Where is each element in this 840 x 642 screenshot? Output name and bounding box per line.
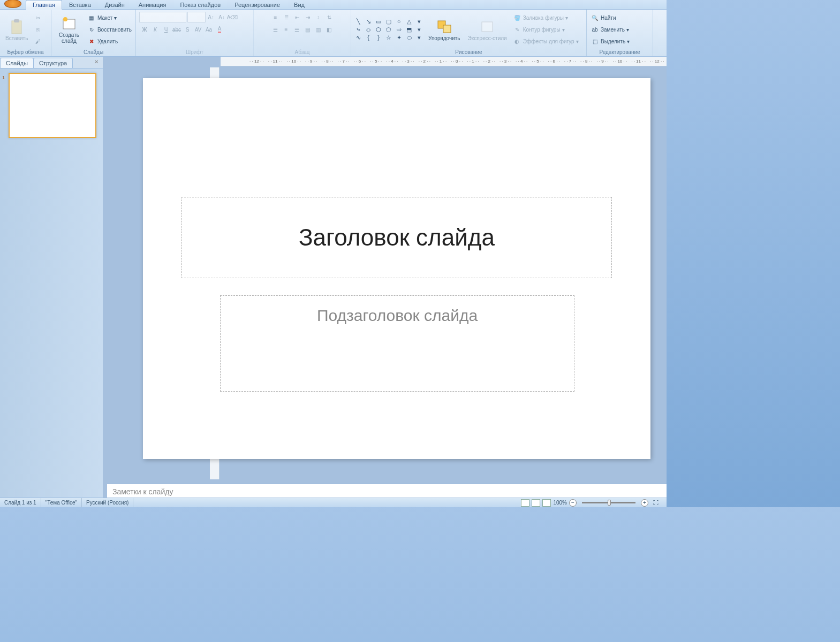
shape-curve-icon[interactable]: ∿ [353,34,363,41]
arrange-button[interactable]: Упорядочить [425,12,464,47]
copy-icon: ⎘ [34,25,42,34]
fit-view-button[interactable]: ⛶ [650,498,661,508]
shape-diamond-icon[interactable]: ◇ [364,26,373,33]
shrink-font-button[interactable]: A↓ [216,12,227,22]
shape-pentagon-icon[interactable]: ⬠ [384,26,393,33]
title-placeholder[interactable]: Заголовок слайда [181,197,612,278]
select-icon: ⬚ [591,37,599,45]
slideshow-view-button[interactable] [542,499,551,507]
shape-arrow-icon[interactable]: ↘ [364,18,373,25]
paste-icon [8,18,25,35]
zoom-out-button[interactable]: − [569,499,577,507]
tab-animation[interactable]: Анимация [132,0,173,9]
slide-canvas[interactable]: Заголовок слайда Подзаголовок слайда [143,78,650,459]
shape-fill-button[interactable]: 🪣Заливка фигуры ▾ [511,12,580,23]
zoom-value[interactable]: 100% [553,500,567,506]
italic-button[interactable]: К [150,24,161,35]
shape-more1-icon[interactable]: ▾ [414,18,424,25]
underline-button[interactable]: Ч [161,24,171,35]
office-button[interactable] [4,0,21,8]
quick-styles-button[interactable]: Экспресс-стили [465,12,510,47]
zoom-slider[interactable] [582,502,635,503]
shape-effects-button[interactable]: ◐Эффекты для фигур ▾ [511,36,580,47]
shape-hex-icon[interactable]: ⬡ [374,26,383,33]
tab-slideshow[interactable]: Показ слайдов [173,0,228,9]
smartart-button[interactable]: ◧ [324,24,335,35]
tab-design[interactable]: Дизайн [98,0,132,9]
spacing-button[interactable]: AV [193,24,203,35]
svg-rect-0 [12,21,21,34]
tab-insert[interactable]: Вставка [62,0,98,9]
cut-button[interactable]: ✂ [32,12,44,23]
arrange-icon [436,18,453,35]
find-button[interactable]: 🔍Найти [589,12,631,23]
align-right-button[interactable]: ☰ [292,24,302,35]
select-button[interactable]: ⬚Выделить ▾ [589,36,631,47]
font-name-combo[interactable] [139,12,186,22]
numbering-button[interactable]: ≣ [281,12,292,22]
sorter-view-button[interactable] [532,499,540,507]
shape-more2-icon[interactable]: ▾ [414,26,424,33]
slide-thumbnail-1[interactable] [9,73,96,138]
shapes-gallery[interactable]: ╲ ↘ ▭ ▢ ○ △ ▾ ⤷ ◇ ⬡ ⬠ ⇨ ⬒ ▾ ∿ { } ☆ ✦ ⬭ [353,18,424,41]
shape-banner-icon[interactable]: ⬭ [404,34,414,41]
reset-button[interactable]: ↻Восстановить [86,24,133,35]
panel-tabs: Слайды Структура ✕ [0,57,103,68]
shape-line-icon[interactable]: ╲ [353,18,363,25]
font-size-combo[interactable] [187,12,206,22]
status-language[interactable]: Русский (Россия) [82,498,133,507]
format-painter-button[interactable]: 🖌 [32,36,44,47]
replace-button[interactable]: abЗаменить ▾ [589,24,631,35]
paste-button[interactable]: Вставить [2,12,31,47]
strike-button[interactable]: abc [171,24,182,35]
case-button[interactable]: Aa [203,24,214,35]
new-slide-button[interactable]: Создать слайд [54,12,85,47]
delete-button[interactable]: ✖Удалить [86,36,133,47]
shape-more3-icon[interactable]: ▾ [414,34,424,41]
zoom-slider-thumb[interactable] [608,500,611,506]
shape-brace2-icon[interactable]: } [374,34,383,41]
tab-home[interactable]: Главная [26,0,62,10]
shape-brace-icon[interactable]: { [364,34,373,41]
grow-font-button[interactable]: A↑ [206,12,216,22]
bullets-button[interactable]: ≡ [270,12,281,22]
shape-oval-icon[interactable]: ○ [394,18,404,25]
new-slide-label: Создать слайд [57,32,81,44]
shape-outline-button[interactable]: ✎Контур фигуры ▾ [511,24,580,35]
tab-review[interactable]: Рецензирование [228,0,287,9]
zoom-in-button[interactable]: + [641,499,648,507]
shape-rect-icon[interactable]: ▭ [374,18,383,25]
shape-star-icon[interactable]: ☆ [384,34,393,41]
shape-connector-icon[interactable]: ⤷ [353,26,363,33]
panel-tab-outline[interactable]: Структура [33,58,73,68]
outdent-button[interactable]: ⇤ [292,12,302,22]
tab-view[interactable]: Вид [287,0,312,9]
subtitle-placeholder[interactable]: Подзаголовок слайда [220,295,574,392]
clear-format-button[interactable]: A⌫ [227,12,238,22]
align-center-button[interactable]: ≡ [281,24,292,35]
indent-button[interactable]: ⇥ [302,12,313,22]
bold-button[interactable]: Ж [139,24,150,35]
copy-button[interactable]: ⎘ [32,24,44,35]
shape-star2-icon[interactable]: ✦ [394,34,404,41]
layout-button[interactable]: ▦Макет ▾ [86,12,133,23]
new-slide-icon [60,15,78,32]
font-label: Шрифт [138,48,251,56]
panel-close-button[interactable]: ✕ [94,59,101,65]
text-direction-button[interactable]: ⇅ [324,12,335,22]
shape-roundrect-icon[interactable]: ▢ [384,18,393,25]
align-left-button[interactable]: ☰ [270,24,281,35]
justify-button[interactable]: ▤ [302,24,313,35]
columns-button[interactable]: ▥ [313,24,324,35]
group-clipboard: Вставить ✂ ⎘ 🖌 Буфер обмена [0,10,51,56]
shape-callout-icon[interactable]: ⬒ [404,26,414,33]
font-color-button[interactable]: A [214,24,225,35]
panel-tab-slides[interactable]: Слайды [0,58,34,68]
shape-arrow2-icon[interactable]: ⇨ [394,26,404,33]
shadow-button[interactable]: S [182,24,193,35]
arrange-label: Упорядочить [428,35,460,41]
line-spacing-button[interactable]: ↕ [313,12,324,22]
shape-triangle-icon[interactable]: △ [404,18,414,25]
thumbnail-item: 1 [5,73,97,138]
normal-view-button[interactable] [521,499,529,507]
